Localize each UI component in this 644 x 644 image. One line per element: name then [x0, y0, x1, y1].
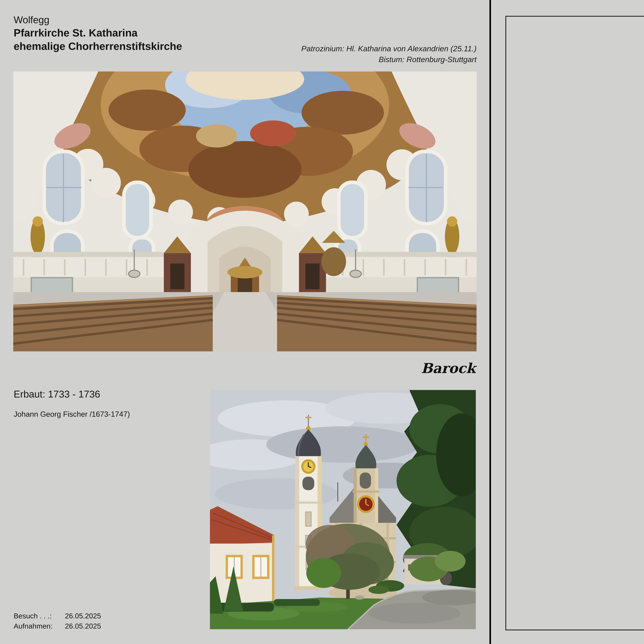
church-name: Pfarrkirche St. Katharina [14, 28, 138, 38]
captured-row: Aufnahmen:26.05.2025 [14, 621, 101, 631]
album-spread: Wolfegg Pfarrkirche St. Katharina ehemal… [0, 0, 644, 644]
bistum-line: Bistum: Rottenburg-Stuttgart [301, 54, 477, 65]
visit-metadata: Besuch . . .:26.05.2025 Aufnahmen:26.05.… [14, 611, 101, 631]
placeholder-frame: in Arbeit [505, 16, 644, 630]
floor-and-pews [13, 292, 477, 351]
style-label: Barock [421, 361, 476, 375]
page-divider [489, 0, 491, 644]
tower-clock [301, 459, 316, 474]
built-line: Erbaut: 1733 - 1736 [14, 389, 100, 399]
interior-photo [13, 71, 477, 351]
exterior-photo [210, 390, 476, 629]
captured-date: 26.05.2025 [65, 622, 101, 630]
church-subtitle: ehemalige Chorherrenstiftskirche [14, 41, 182, 52]
dedication-block: Patrozinium: Hl. Katharina von Alexandri… [301, 43, 477, 65]
visit-date: 26.05.2025 [65, 612, 101, 620]
captured-label: Aufnahmen: [14, 621, 65, 631]
visit-row: Besuch . . .:26.05.2025 [14, 611, 101, 621]
in-arbeit-watermark: in Arbeit [642, 181, 644, 387]
crossing-tower-clock [357, 495, 375, 513]
page-title-town: Wolfegg [14, 15, 49, 25]
visit-label: Besuch . . .: [14, 611, 65, 621]
patrozinium-line: Patrozinium: Hl. Katharina von Alexandri… [301, 43, 477, 54]
architect-line: Johann Georg Fischer /1673-1747) [14, 410, 130, 418]
